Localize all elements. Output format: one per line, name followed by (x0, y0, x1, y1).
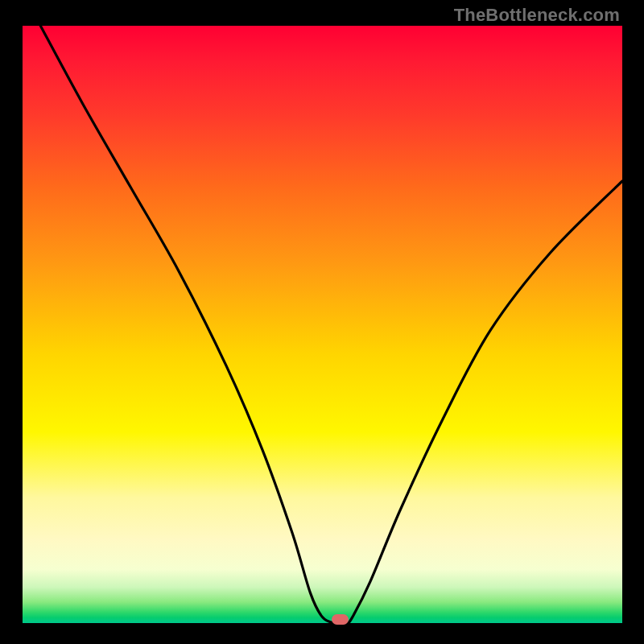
attribution-text: TheBottleneck.com (454, 5, 620, 26)
curve-svg (23, 26, 622, 623)
plot-area (23, 26, 622, 623)
chart-frame: TheBottleneck.com (0, 0, 644, 644)
optimum-marker (332, 614, 349, 625)
bottleneck-curve (40, 26, 622, 624)
